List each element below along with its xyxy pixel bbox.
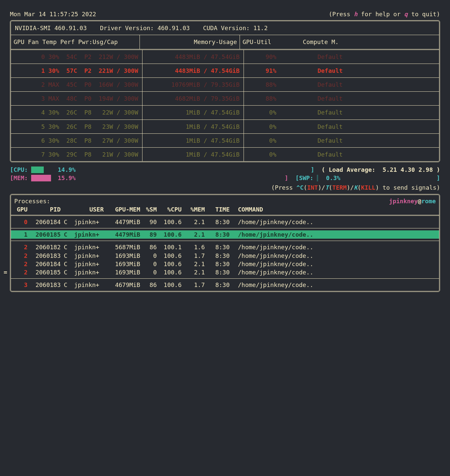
proc-pid: 2060185 [28,268,61,276]
proc-type: C [61,252,71,260]
cpu-label: CPU: [14,166,28,174]
proc-user: jpinkn+ [71,218,104,226]
proc-sm: 89 [140,230,157,239]
gpu-stats: 0 30% 54C P2 212W / 300W [11,50,142,64]
help-key-h: h [354,11,358,18]
proc-time: 8:30 [205,243,230,251]
proc-sm: 86 [140,243,157,251]
gpu-stats: 4 30% 26C P8 22W / 300W [11,106,142,119]
gpu-stats: 1 30% 57C P2 221W / 300W [11,64,142,77]
proc-cpu: 100.6 [157,252,182,260]
gpu-stats: 3 MAX 48C P0 194W / 300W [11,92,142,105]
proc-user: jpinkn+ [71,260,104,268]
timestamp: Mon Mar 14 11:57:25 2022 [10,10,96,18]
process-group: 22060182C jpinkn+5687MiB86100.11.68:30/h… [11,241,439,279]
cpu-bar [31,167,54,173]
process-columns: GPU PID USER GPU-MEM %SM %CPU %MEM TIME … [14,205,436,214]
proc-gpu: 1 [14,230,28,239]
proc-time: 8:30 [205,252,230,260]
user-host: jpinkney@rome [389,197,436,205]
proc-pid: 2060184 [28,218,61,226]
proc-mem-pct: 1.6 [182,243,205,251]
load-average-values: 5.21 4.30 2.98 ) [383,166,440,174]
gpu-row[interactable]: 1 30% 57C P2 221W / 300W4483MiB / 47.54G… [11,64,439,78]
proc-command: /home/jpinkney/code.. [230,281,436,289]
proc-gpu: 2 [14,252,28,260]
process-row[interactable]: 22060184C jpinkn+1693MiB0100.62.18:30/ho… [11,260,439,268]
proc-command: /home/jpinkney/code.. [230,252,436,260]
swp-bar [317,175,323,181]
header-row: Mon Mar 14 11:57:25 2022 (Press h for he… [10,10,440,18]
proc-mem-pct: 1.7 [182,281,205,289]
process-row[interactable]: 22060183C jpinkn+1693MiB0100.61.78:30/ho… [11,252,439,260]
process-group: 02060184C jpinkn+4479MiB90100.62.18:30/h… [11,216,439,228]
load-average-label: ( Load Average: [321,166,375,174]
proc-type: C [61,243,71,251]
gpu-row[interactable]: 2 MAX 45C P0 166W / 300W10769MiB / 79.35… [11,78,439,92]
proc-sm: 0 [140,260,157,268]
process-row[interactable]: 22060185C jpinkn+1693MiB0100.62.18:30/ho… [11,268,439,276]
proc-pid: 2060182 [28,243,61,251]
proc-cpu: 100.6 [157,218,182,226]
gpu-header-memory: Memory-Usage [140,35,240,49]
process-body: 02060184C jpinkn+4479MiB90100.62.18:30/h… [11,216,439,291]
gpu-util-compute: 88%Default [244,78,347,91]
proc-type: C [61,260,71,268]
proc-cpu: 100.1 [157,243,182,251]
proc-mem-pct: 2.1 [182,230,205,239]
proc-cpu: 100.6 [157,230,182,239]
gpu-util-compute: 0%Default [244,148,347,161]
proc-time: 8:30 [205,218,230,226]
gpu-row[interactable]: 5 30% 26C P8 23W / 300W1MiB / 47.54GiB0%… [11,120,439,134]
gpu-memory: 1MiB / 47.54GiB [142,134,244,147]
process-header: Processes: jpinkney@rome GPU PID USER GP… [11,195,439,216]
proc-time: 8:30 [205,268,230,276]
process-row[interactable]: 32060183C jpinkn+4679MiB86100.61.78:30/h… [11,281,439,289]
proc-gpu-mem: 1693MiB [104,268,140,276]
proc-type: C [61,268,71,276]
proc-gpu-mem: 4679MiB [104,281,140,289]
proc-command: /home/jpinkney/code.. [230,230,436,239]
gpu-util-compute: 91%Default [244,64,347,77]
gpu-column-headers: GPU Fan Temp Perf Pwr:Usg/Cap Memory-Usa… [11,35,439,50]
nvidia-smi-version: NVIDIA-SMI 460.91.03 [15,24,87,32]
proc-gpu: 0 [14,218,28,226]
process-row[interactable]: 02060184C jpinkn+4479MiB90100.62.18:30/h… [11,218,439,226]
proc-type: C [61,230,71,239]
system-meters: [ CPU: 14.9% ] ( Load Average: 5.21 4.30… [10,166,440,182]
gpu-row[interactable]: 0 30% 54C P2 212W / 300W4483MiB / 47.54G… [11,50,439,64]
proc-sm: 90 [140,218,157,226]
gpu-row[interactable]: 6 30% 28C P8 27W / 300W1MiB / 47.54GiB0%… [11,134,439,148]
proc-command: /home/jpinkney/code.. [230,218,436,226]
proc-pid: 2060185 [28,230,61,239]
proc-gpu-mem: 1693MiB [104,252,140,260]
cuda-version: CUDA Version: 11.2 [203,24,268,32]
gpu-header-left: GPU Fan Temp Perf Pwr:Usg/Cap [11,35,140,49]
proc-user: jpinkn+ [71,281,104,289]
proc-mem-pct: 2.1 [182,260,205,268]
proc-gpu: 2 [14,268,28,276]
gpu-row[interactable]: 7 30% 29C P8 21W / 300W1MiB / 47.54GiB0%… [11,148,439,161]
processes-title: Processes: [14,197,50,205]
gpu-memory: 4483MiB / 47.54GiB [142,50,244,64]
signal-hint: (Press ^C(INT)/T(TERM)/K(KILL) to send s… [10,183,440,192]
gpu-header-right: GPU-Util Compute M. [240,35,341,49]
proc-user: jpinkn+ [71,243,104,251]
equals-marker: = [4,268,7,276]
gpu-util-compute: 0%Default [244,120,347,133]
gpu-row[interactable]: 4 30% 26C P8 22W / 300W1MiB / 47.54GiB0%… [11,106,439,119]
proc-time: 8:30 [205,230,230,239]
swp-label: SWP: [299,174,313,182]
process-row[interactable]: 12060185C jpinkn+4479MiB89100.62.18:30/h… [11,230,439,239]
proc-time: 8:30 [205,260,230,268]
gpu-memory: 10769MiB / 79.35GiB [142,78,244,91]
gpu-memory: 1MiB / 47.54GiB [142,148,244,161]
gpu-memory: 4682MiB / 79.35GiB [142,92,244,105]
proc-gpu-mem: 5687MiB [104,243,140,251]
driver-row: NVIDIA-SMI 460.91.03 Driver Version: 460… [11,21,439,35]
process-table: Processes: jpinkney@rome GPU PID USER GP… [10,194,440,292]
gpu-row[interactable]: 3 MAX 48C P0 194W / 300W4682MiB / 79.35G… [11,92,439,106]
mem-label: MEM: [14,174,28,182]
process-row[interactable]: 22060182C jpinkn+5687MiB86100.11.68:30/h… [11,243,439,251]
proc-mem-pct: 2.1 [182,268,205,276]
